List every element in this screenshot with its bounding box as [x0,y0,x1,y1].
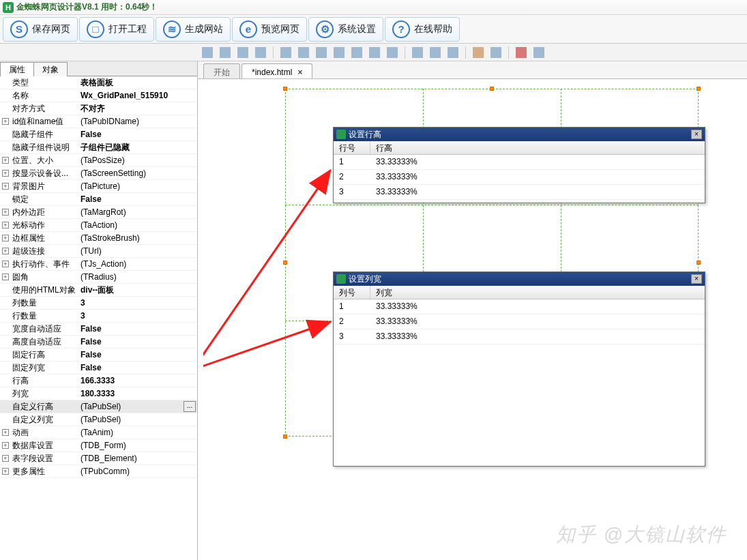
property-row[interactable]: 对齐方式不对齐 [0,102,197,115]
table-row[interactable]: 233.33333% [334,314,705,329]
cell-value[interactable]: 33.33333% [370,299,418,314]
property-row[interactable]: +圆角(TRadius) [0,271,197,284]
tool-icon[interactable] [255,47,266,58]
tool-icon[interactable] [351,47,362,58]
property-row[interactable]: +内外边距(TaMargRot) [0,206,197,219]
tab-index[interactable]: *index.html × [241,63,312,78]
property-row[interactable]: +执行动作、事件(TJs_Action) [0,258,197,271]
property-row[interactable]: +按显示设备设...(TaScreenSetting) [0,167,197,180]
property-row[interactable]: 名称Wx_GridPanel_515910 [0,89,197,102]
toolbar-settings[interactable]: ⚙ 系统设置 [308,17,383,42]
expand-icon[interactable]: + [2,118,9,125]
table-row[interactable]: 133.33333% [334,299,705,314]
resize-handle[interactable] [490,87,494,91]
close-icon[interactable]: × [691,274,702,284]
tool-icon[interactable] [369,47,380,58]
ellipsis-button[interactable]: ... [184,401,196,412]
property-row[interactable]: 隐藏子组件说明子组件已隐藏 [0,141,197,154]
tool-icon[interactable] [387,47,398,58]
property-row[interactable]: +背景图片(TaPicture) [0,180,197,193]
resize-handle[interactable] [283,87,287,91]
tool-icon[interactable] [202,47,213,58]
property-row[interactable]: 固定列宽False [0,362,197,374]
toolbar-build[interactable]: ≋ 生成网站 [156,17,231,42]
table-row[interactable]: 333.33333% [334,185,705,200]
table-row[interactable]: 333.33333% [334,329,705,344]
tab-objects[interactable]: 对象 [33,62,68,76]
property-row[interactable]: +更多属性(TPubComm) [0,465,197,478]
table-row[interactable]: 133.33333% [334,155,705,170]
property-row[interactable]: 锁定False [0,193,197,206]
toolbar-help[interactable]: ? 在线帮助 [385,17,460,42]
expand-icon[interactable]: + [2,261,9,267]
toolbar-open[interactable]: □ 打开工程 [79,17,154,42]
property-row[interactable]: 高度自动适应False [0,336,197,349]
cell-value[interactable]: 33.33333% [370,170,418,184]
toolbar-save[interactable]: S 保存网页 [3,17,78,42]
property-row[interactable]: +超级连接(TUrl) [0,245,197,258]
tool-icon[interactable] [412,47,423,58]
tab-start[interactable]: 开始 [203,63,240,78]
property-row[interactable]: 类型表格面板 [0,76,197,89]
property-row[interactable]: 自定义行高(TaPubSel)... [0,400,197,413]
table-row[interactable]: 233.33333% [334,170,705,185]
tool-icon[interactable] [473,47,484,58]
cell-value[interactable]: 33.33333% [370,314,418,329]
expand-icon[interactable]: + [2,209,9,216]
property-row[interactable]: +位置、大小(TaPosSize) [0,154,197,167]
tool-icon[interactable] [316,47,327,58]
dialog-titlebar[interactable]: 设置行高 × [334,128,705,141]
toolbar-preview[interactable]: e 预览网页 [232,17,307,42]
property-row[interactable]: 隐藏子组件False [0,128,197,141]
property-value[interactable]: (TaPubSel) [76,400,184,413]
tool-icon[interactable] [516,47,527,58]
expand-icon[interactable]: + [2,222,9,229]
expand-icon[interactable]: + [2,248,9,254]
property-row[interactable]: 列数量3 [0,297,197,310]
resize-handle[interactable] [697,261,701,265]
property-row[interactable]: 宽度自动适应False [0,323,197,336]
dialog-col-width[interactable]: 设置列宽 × 列号 列宽 133.33333%233.33333%333.333… [333,271,705,467]
tool-icon[interactable] [430,47,441,58]
expand-icon[interactable]: + [2,157,9,164]
property-row[interactable]: +边框属性(TaStrokeBrush) [0,232,197,245]
property-row[interactable]: +数据库设置(TDB_Form) [0,439,197,452]
property-row[interactable]: +id值和name值(TaPubIDName) [0,115,197,128]
tool-icon[interactable] [298,47,309,58]
tool-icon[interactable] [280,47,291,58]
resize-handle[interactable] [283,434,287,439]
dialog-row-height[interactable]: 设置行高 × 行号 行高 133.33333%233.33333%333.333… [333,127,705,203]
design-canvas[interactable]: 设置行高 × 行号 行高 133.33333%233.33333%333.333… [203,82,747,560]
property-row[interactable]: 列宽180.3333 [0,387,197,400]
tool-icon[interactable] [334,47,345,58]
resize-handle[interactable] [697,87,701,91]
tool-icon[interactable] [490,47,501,58]
tool-icon[interactable] [448,47,458,58]
property-row[interactable]: 自定义列宽(TaPubSel) [0,413,197,426]
cell-value[interactable]: 33.33333% [370,329,418,344]
property-row[interactable]: +表字段设置(TDB_Element) [0,452,197,465]
expand-icon[interactable]: + [2,468,9,475]
cell-value[interactable]: 33.33333% [370,155,418,169]
cell-value[interactable]: 33.33333% [370,185,418,199]
expand-icon[interactable]: + [2,183,9,190]
close-icon[interactable]: × [297,68,302,77]
expand-icon[interactable]: + [2,429,9,436]
expand-icon[interactable]: + [2,442,9,449]
tool-icon[interactable] [237,47,248,58]
expand-icon[interactable]: + [2,274,9,280]
property-grid[interactable]: 类型表格面板名称Wx_GridPanel_515910对齐方式不对齐+id值和n… [0,76,197,560]
close-icon[interactable]: × [691,130,702,139]
expand-icon[interactable]: + [2,235,9,241]
dialog-titlebar[interactable]: 设置列宽 × [334,272,705,286]
expand-icon[interactable]: + [2,455,9,462]
property-row[interactable]: +动画(TaAnim) [0,426,197,439]
tool-icon[interactable] [220,47,231,58]
tab-properties[interactable]: 属性 [0,62,34,76]
expand-icon[interactable]: + [2,170,9,177]
property-row[interactable]: 固定行高False [0,349,197,362]
property-row[interactable]: 行数量3 [0,310,197,323]
property-row[interactable]: +光标动作(TaAction) [0,219,197,232]
property-row[interactable]: 使用的HTML对象div--面板 [0,284,197,297]
property-row[interactable]: 行高166.3333 [0,374,197,387]
